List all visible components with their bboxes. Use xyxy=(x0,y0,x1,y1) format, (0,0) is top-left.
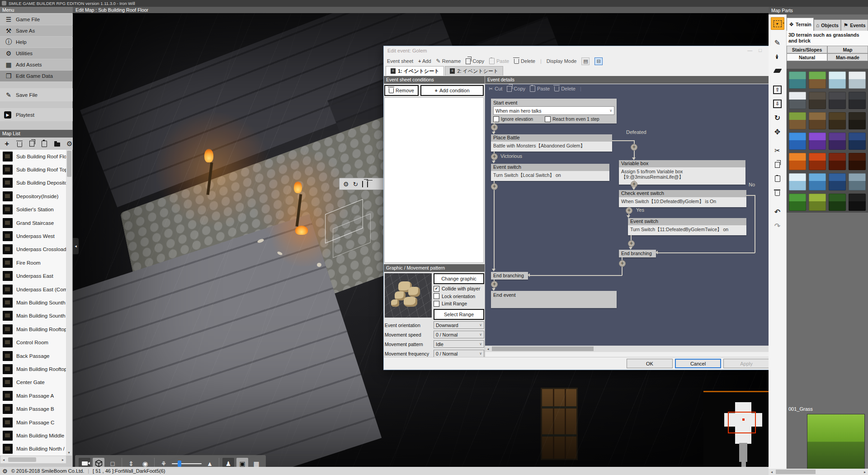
map-list-item[interactable]: Underpass Crossload xyxy=(0,243,66,256)
character-view-icon[interactable]: ♟ xyxy=(222,458,234,467)
map-parts-tab[interactable]: ❖ Terrain xyxy=(787,18,814,31)
flow-node-event-switch-local[interactable]: Event switch Turn Switch【Local Switch】 o… xyxy=(491,164,609,181)
checkbox-checked-icon[interactable]: ✔ xyxy=(434,286,439,292)
insert-command-button[interactable] xyxy=(631,181,637,188)
delete-map-icon[interactable] xyxy=(16,140,23,147)
terrain-tile[interactable] xyxy=(807,131,827,151)
insert-command-button[interactable] xyxy=(491,153,498,160)
map-list-vertical-scrollbar[interactable]: ▾ xyxy=(66,150,72,456)
display-mode-list-icon[interactable]: ▤ xyxy=(581,57,590,65)
redo-icon[interactable] xyxy=(771,219,784,232)
terrain-tile[interactable] xyxy=(827,70,847,90)
terrain-tile[interactable] xyxy=(827,90,847,110)
terrain-tile[interactable] xyxy=(807,90,827,110)
eraser-tool-icon[interactable] xyxy=(771,64,784,77)
event-flow-canvas[interactable]: Start event When main hero talks ∨ Ignor… xyxy=(485,93,770,346)
select-tool-icon[interactable] xyxy=(771,17,784,30)
change-graphic-button[interactable]: Change graphic xyxy=(434,273,484,284)
map-list-item[interactable]: Grand Staircase xyxy=(0,216,66,229)
scrollbar-thumb[interactable] xyxy=(8,457,36,462)
fill-tool-icon[interactable] xyxy=(771,50,784,63)
flow-horizontal-scrollbar[interactable]: ◂ ▸ xyxy=(485,346,775,352)
scroll-down-icon[interactable]: ▾ xyxy=(66,450,72,456)
menu-item[interactable]: ▶ Playtest xyxy=(0,108,73,121)
menu-item[interactable]: ❒ Edit Game Data xyxy=(0,71,73,81)
dialog-maximize-icon[interactable]: □ xyxy=(759,48,762,53)
terrain-tile[interactable] xyxy=(807,192,827,212)
map-list-item[interactable]: Control Room xyxy=(0,336,66,349)
minimap[interactable] xyxy=(703,391,769,467)
raise-terrain-icon[interactable] xyxy=(771,83,784,96)
scroll-left-icon[interactable]: ◂ xyxy=(769,470,775,474)
paste-map-icon[interactable] xyxy=(41,140,48,147)
map-list-item[interactable]: Main Passage A xyxy=(0,389,66,402)
collide-with-player-checkbox[interactable]: ✔ Collide with player xyxy=(434,286,484,292)
setting-dropdown[interactable]: 0 / Normal ∨ xyxy=(434,350,484,357)
flow-node-start-event[interactable]: Start event When main hero talks ∨ Ignor… xyxy=(491,99,617,124)
paste-command-button[interactable]: Paste xyxy=(530,86,550,92)
map-list-item[interactable]: Main Passage B xyxy=(0,402,66,415)
trigger-dropdown[interactable]: When main hero talks ∨ xyxy=(493,106,614,115)
terrain-tile[interactable] xyxy=(807,151,827,171)
terrain-tile[interactable] xyxy=(847,70,867,90)
terrain-tile[interactable] xyxy=(827,151,847,171)
terrain-tile[interactable] xyxy=(788,110,807,131)
terrain-tile[interactable] xyxy=(847,171,867,192)
ignore-elevation-checkbox[interactable]: Ignore elevation xyxy=(493,116,533,122)
zoom-slider[interactable] xyxy=(172,458,202,467)
terrain-tile[interactable] xyxy=(827,192,847,212)
scroll-right-icon[interactable]: ▸ xyxy=(60,458,66,462)
map-list-item[interactable]: Sub Building Roof Top xyxy=(0,163,66,176)
event-sheet-tab-1[interactable]: ≡1: イベントシート xyxy=(386,66,444,76)
remove-condition-button[interactable]: Remove xyxy=(384,85,419,96)
checkbox-icon[interactable] xyxy=(434,301,439,307)
copy-map-icon[interactable] xyxy=(28,140,35,147)
flow-node-event-switch-twice[interactable]: Event switch Turn Switch【11:DefeatedByGo… xyxy=(628,218,746,235)
delete-sheet-button[interactable]: Delete xyxy=(514,58,535,64)
menu-item[interactable]: ⓘ Help xyxy=(0,37,73,48)
react-one-step-checkbox[interactable]: React from even 1 step xyxy=(545,116,599,122)
map-list-item[interactable]: Main Building Rooftop xyxy=(0,362,66,375)
menu-item[interactable]: ▦ Add Assets xyxy=(0,59,73,70)
menu-item[interactable]: ⚒ Save As xyxy=(0,25,73,36)
map-list-item[interactable]: Fire Room xyxy=(0,256,66,269)
terrain-tile[interactable] xyxy=(788,90,807,110)
mountain-view-icon[interactable]: ▲ xyxy=(204,458,216,467)
graphic-preview[interactable] xyxy=(385,273,432,318)
menu-item[interactable]: ☰ Game File xyxy=(0,14,73,25)
map-list-item[interactable]: Sub Building Deposito xyxy=(0,176,66,190)
setting-dropdown[interactable]: Idle ∨ xyxy=(434,340,484,348)
map-list-item[interactable]: Sub Building Roof Floo xyxy=(0,150,66,163)
setting-dropdown[interactable]: Downward ∨ xyxy=(434,321,484,329)
terrain-tile[interactable] xyxy=(847,192,867,212)
terrain-tile[interactable] xyxy=(807,110,827,131)
scroll-right-icon[interactable]: ▸ xyxy=(862,470,868,474)
map-list-item[interactable]: Underpass East (Coml xyxy=(0,283,66,296)
pen-tool-icon[interactable] xyxy=(771,36,784,49)
add-map-icon[interactable]: + xyxy=(4,140,10,147)
conditions-list[interactable] xyxy=(384,97,484,263)
fit-view-icon[interactable]: ▣ xyxy=(236,458,248,467)
camera-height-icon[interactable]: ⇕ xyxy=(125,458,137,467)
map-settings-icon[interactable]: ⚙ xyxy=(66,140,73,147)
ok-button[interactable]: OK xyxy=(627,359,673,368)
insert-command-button[interactable] xyxy=(491,183,498,190)
map-list-item[interactable]: Main Passage C xyxy=(0,416,66,429)
lower-terrain-icon[interactable] xyxy=(771,97,784,110)
open-folder-icon[interactable] xyxy=(54,140,61,147)
slider-thumb[interactable] xyxy=(178,461,181,467)
flow-node-place-battle[interactable]: Place Battle Battle with Monsters【Abando… xyxy=(491,134,612,152)
map-list-item[interactable]: Soldier's Station xyxy=(0,203,66,216)
checkbox-icon[interactable] xyxy=(545,116,551,122)
map-parts-tab[interactable]: ⌂ Objects xyxy=(814,19,841,31)
scrollbar-thumb[interactable] xyxy=(67,151,71,177)
menu-item[interactable]: ⚙ Utilities xyxy=(0,48,73,59)
scrollbar-thumb[interactable] xyxy=(492,347,594,351)
event-rotate-icon[interactable]: ↻ xyxy=(353,180,359,188)
map-list-item[interactable]: Main Building Rooftop xyxy=(0,323,66,336)
scrollbar-thumb[interactable] xyxy=(776,470,816,474)
select-range-button[interactable]: Select Range xyxy=(434,309,484,320)
lock-orientation-checkbox[interactable]: Lock orientation xyxy=(434,293,484,299)
map-list-item[interactable]: Main Building North / xyxy=(0,442,66,456)
terrain-tile[interactable] xyxy=(827,131,847,151)
